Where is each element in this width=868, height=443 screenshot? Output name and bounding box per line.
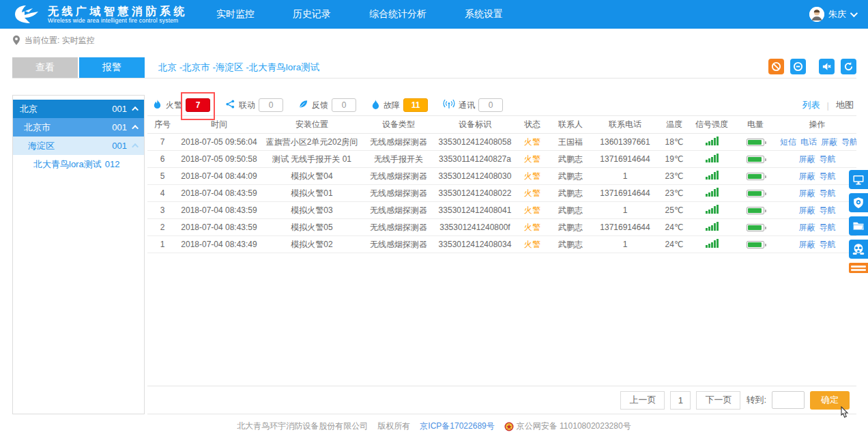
nav-item-3[interactable]: 系统设置 [465, 8, 503, 20]
signal-strength-icon [706, 171, 719, 180]
cell-time: 2018-07-04 08:43:59 [177, 219, 261, 236]
cell-time: 2018-07-04 08:43:59 [177, 185, 261, 202]
gas-mask-icon[interactable] [849, 240, 868, 259]
minus-circle-icon[interactable] [790, 59, 806, 74]
action-link-导航[interactable]: 导航 [820, 188, 836, 198]
filter-count-badge: 0 [478, 98, 503, 112]
alarm-table: 序号时间安装位置设备类型设备标识状态联系人联系电话温度信号强度电量操作 7201… [147, 115, 856, 253]
cell-signal [691, 185, 733, 202]
action-link-屏蔽[interactable]: 屏蔽 [799, 205, 815, 215]
filter-label: 故障 [384, 100, 400, 111]
battery-icon [747, 241, 764, 248]
chevron-up-icon [132, 125, 139, 132]
cell-device-id: 3353012412408041 [434, 202, 516, 219]
nav-item-2[interactable]: 综合统计分析 [369, 8, 426, 20]
action-link-导航[interactable]: 导航 [841, 137, 856, 147]
main-content: 北京001北京市001海淀区001北大青鸟lora测试012 火警7联动0反馈0… [12, 95, 856, 414]
nav-item-0[interactable]: 实时监控 [216, 8, 255, 20]
goto-page-input[interactable] [772, 391, 805, 409]
feedback-icon [298, 99, 308, 111]
battery-icon [747, 207, 764, 214]
cell-contact: 武鹏志 [549, 236, 592, 253]
action-link-屏蔽[interactable]: 屏蔽 [799, 240, 815, 249]
action-link-短信[interactable]: 短信 [780, 137, 796, 147]
action-link-导航[interactable]: 导航 [820, 240, 836, 249]
cell-device-id: 335301241240800f [434, 219, 516, 236]
toggle-list[interactable]: 列表 [802, 99, 820, 111]
refresh-icon[interactable] [841, 59, 856, 74]
column-header: 序号 [147, 116, 177, 134]
filter-label: 联动 [239, 100, 255, 111]
dock-orange-badge[interactable] [849, 263, 868, 273]
column-header: 电量 [733, 116, 778, 134]
signal-strength-icon [706, 137, 719, 145]
action-link-屏蔽[interactable]: 屏蔽 [799, 171, 815, 181]
tab-view[interactable]: 查看 [12, 57, 78, 78]
cell-time: 2018-07-04 08:43:59 [177, 202, 261, 219]
logo-bird-icon [12, 4, 42, 25]
action-link-导航[interactable]: 导航 [820, 223, 836, 232]
user-menu[interactable]: 朱庆 [809, 7, 856, 22]
action-link-屏蔽[interactable]: 屏蔽 [799, 154, 815, 164]
goto-label: 转到: [746, 394, 766, 406]
column-header: 状态 [516, 116, 549, 134]
filter-comm[interactable]: 通讯0 [443, 98, 503, 112]
action-link-电话[interactable]: 电话 [800, 137, 817, 147]
cell-actions: 屏蔽导航 [778, 236, 856, 253]
cell-device-id: 335301141240827a [434, 151, 516, 168]
prev-page-button[interactable]: 上一页 [620, 391, 665, 410]
cell-time: 2018-07-04 08:44:09 [177, 168, 261, 185]
filter-label: 通讯 [459, 100, 475, 111]
cell-seq: 4 [147, 185, 177, 202]
cell-contact: 武鹏志 [549, 151, 592, 168]
cell-actions: 短信电话屏蔽导航 [778, 134, 856, 151]
tree-node-0[interactable]: 北京001 [13, 100, 144, 118]
monitor-icon[interactable] [849, 170, 868, 189]
folder-icon[interactable] [849, 216, 868, 235]
tree-node-count: 001 [112, 104, 127, 114]
mute-icon[interactable] [819, 59, 835, 74]
page-footer: 北大青鸟环宇消防设备股份有限公司 版权所有 京ICP备17022689号 京公网… [0, 420, 868, 432]
tree-node-1[interactable]: 北京市001 [13, 118, 144, 137]
tree-node-3[interactable]: 北大青鸟lora测试012 [13, 155, 144, 173]
action-link-导航[interactable]: 导航 [820, 205, 836, 215]
cell-temperature: 23℃ [658, 185, 691, 202]
confirm-button[interactable]: 确定 [810, 391, 850, 410]
action-link-导航[interactable]: 导航 [820, 154, 836, 164]
filter-fault[interactable]: 故障11 [371, 98, 428, 112]
shield-gear-icon[interactable] [849, 193, 868, 212]
filter-bar: 火警7联动0反馈0故障11通讯0 列表 | 地图 [147, 95, 856, 115]
cell-device-type: 无线感烟探测器 [363, 202, 434, 219]
main-nav: 实时监控历史记录综合统计分析系统设置 [216, 8, 541, 20]
tab-alarm[interactable]: 报警 [79, 57, 145, 78]
table-row: 12018-07-04 08:43:49模拟火警02无线感烟探测器3353012… [147, 236, 856, 253]
next-page-button[interactable]: 下一页 [696, 391, 740, 410]
action-link-屏蔽[interactable]: 屏蔽 [799, 223, 815, 232]
cell-seq: 7 [147, 134, 177, 151]
nav-item-1[interactable]: 历史记录 [293, 8, 331, 20]
cell-signal [691, 134, 733, 151]
filter-fire[interactable]: 火警7 [152, 98, 210, 112]
filter-feedback[interactable]: 反馈0 [298, 98, 356, 112]
fault-icon [371, 99, 380, 112]
cell-battery [733, 134, 778, 151]
tree-node-2[interactable]: 海淀区001 [13, 137, 144, 155]
toggle-map[interactable]: 地图 [836, 99, 854, 111]
cell-actions: 屏蔽导航 [778, 168, 856, 185]
ban-icon[interactable] [768, 59, 784, 74]
police-registration: 京公网安备 11010802023280号 [504, 420, 631, 432]
action-link-屏蔽[interactable]: 屏蔽 [821, 137, 837, 147]
fire-icon [152, 99, 162, 112]
action-link-屏蔽[interactable]: 屏蔽 [799, 188, 815, 198]
page-number[interactable]: 1 [670, 391, 691, 410]
filter-linkage[interactable]: 联动0 [225, 98, 283, 112]
alarm-panel: 火警7联动0反馈0故障11通讯0 列表 | 地图 序号时间安装位置设备类型设备标… [147, 95, 856, 414]
cell-contact: 王国福 [549, 134, 592, 151]
cell-signal [691, 151, 733, 168]
avatar [809, 7, 824, 22]
action-link-导航[interactable]: 导航 [820, 171, 836, 181]
column-header: 设备标识 [434, 116, 516, 134]
column-header: 操作 [778, 116, 856, 134]
table-row: 42018-07-04 08:43:59模拟火警01无线感烟探测器3353012… [147, 185, 856, 202]
icp-link[interactable]: 京ICP备17022689号 [420, 420, 494, 432]
